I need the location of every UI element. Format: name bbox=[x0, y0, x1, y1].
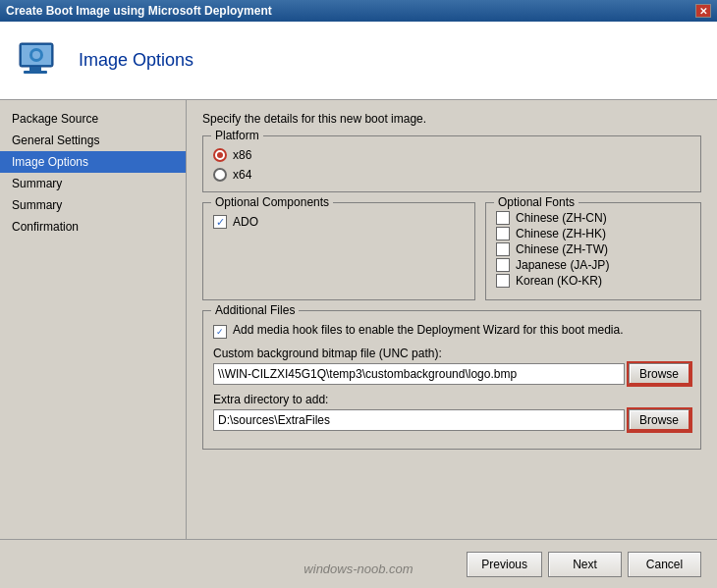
optional-fonts-legend: Optional Fonts bbox=[494, 195, 579, 209]
sidebar-item-image-options[interactable]: Image Options bbox=[0, 151, 186, 173]
page-title: Image Options bbox=[79, 50, 193, 71]
sidebar: Package Source General Settings Image Op… bbox=[0, 100, 187, 539]
font-zh-cn-label: Chinese (ZH-CN) bbox=[516, 211, 607, 225]
next-button[interactable]: Next bbox=[548, 552, 622, 577]
additional-files-legend: Additional Files bbox=[211, 303, 299, 317]
svg-point-3 bbox=[32, 51, 40, 59]
radio-group: x86 x64 bbox=[213, 148, 690, 182]
font-zh-tw-label: Chinese (ZH-TW) bbox=[516, 242, 608, 256]
svg-rect-4 bbox=[29, 67, 41, 71]
radio-x64-label: x64 bbox=[233, 168, 251, 182]
extra-dir-input[interactable] bbox=[213, 409, 625, 431]
font-ko-kr[interactable]: Korean (KO-KR) bbox=[496, 274, 690, 288]
radio-x64[interactable]: x64 bbox=[213, 168, 690, 182]
radio-x64-indicator bbox=[213, 168, 227, 182]
custom-bg-input-row: Browse bbox=[213, 363, 690, 385]
platform-legend: Platform bbox=[211, 129, 263, 142]
title-bar-text: Create Boot Image using Microsoft Deploy… bbox=[6, 4, 272, 18]
ado-checkbox[interactable]: ✓ bbox=[213, 215, 227, 229]
font-zh-hk[interactable]: Chinese (ZH-HK) bbox=[496, 227, 690, 241]
extra-dir-input-row: Browse bbox=[213, 409, 690, 431]
dialog-body: Image Options Package Source General Set… bbox=[0, 22, 717, 588]
radio-x86-label: x86 bbox=[233, 148, 251, 162]
custom-bg-input[interactable] bbox=[213, 363, 625, 385]
add-media-row: ✓ Add media hook files to enable the Dep… bbox=[213, 323, 690, 339]
browse-dir-button[interactable]: Browse bbox=[629, 409, 690, 431]
sidebar-item-general-settings[interactable]: General Settings bbox=[0, 130, 186, 151]
ado-label: ADO bbox=[233, 215, 258, 229]
custom-bg-label: Custom background bitmap file (UNC path)… bbox=[213, 347, 690, 360]
sidebar-item-summary-1[interactable]: Summary bbox=[0, 173, 186, 194]
optional-fonts-group: Optional Fonts Chinese (ZH-CN) Chinese (… bbox=[485, 202, 701, 300]
additional-files-group: Additional Files ✓ Add media hook files … bbox=[202, 310, 701, 450]
radio-x86[interactable]: x86 bbox=[213, 148, 690, 162]
optional-components-group: Optional Components ✓ ADO bbox=[202, 202, 475, 300]
optional-fonts-col: Optional Fonts Chinese (ZH-CN) Chinese (… bbox=[485, 202, 701, 310]
ado-item[interactable]: ✓ ADO bbox=[213, 215, 465, 229]
computer-icon bbox=[16, 37, 63, 84]
two-column-row: Optional Components ✓ ADO Optional Fonts… bbox=[202, 202, 701, 310]
font-zh-cn-checkbox[interactable] bbox=[496, 211, 510, 225]
watermark: windows-noob.com bbox=[303, 561, 413, 576]
extra-dir-label: Extra directory to add: bbox=[213, 393, 690, 406]
extra-dir-row: Extra directory to add: Browse bbox=[213, 393, 690, 431]
font-ja-jp-checkbox[interactable] bbox=[496, 258, 510, 272]
font-zh-hk-label: Chinese (ZH-HK) bbox=[516, 227, 606, 241]
font-zh-tw-checkbox[interactable] bbox=[496, 242, 510, 256]
sidebar-item-confirmation[interactable]: Confirmation bbox=[0, 216, 186, 238]
cancel-button[interactable]: Cancel bbox=[628, 552, 701, 577]
font-ja-jp-label: Japanese (JA-JP) bbox=[516, 258, 609, 272]
add-media-label: Add media hook files to enable the Deplo… bbox=[233, 323, 624, 339]
previous-button[interactable]: Previous bbox=[467, 552, 542, 577]
instruction-text: Specify the details for this new boot im… bbox=[202, 112, 701, 126]
header-area: Image Options bbox=[0, 22, 717, 100]
sidebar-item-summary-2[interactable]: Summary bbox=[0, 194, 186, 216]
bottom-area: Previous Next Cancel windows-noob.com bbox=[0, 539, 717, 588]
custom-bg-row: Custom background bitmap file (UNC path)… bbox=[213, 347, 690, 385]
content-area: Package Source General Settings Image Op… bbox=[0, 100, 717, 539]
platform-group: Platform x86 x64 bbox=[202, 135, 701, 192]
font-ja-jp[interactable]: Japanese (JA-JP) bbox=[496, 258, 690, 272]
optional-components-legend: Optional Components bbox=[211, 195, 333, 209]
browse-bg-button[interactable]: Browse bbox=[629, 363, 690, 385]
font-zh-tw[interactable]: Chinese (ZH-TW) bbox=[496, 242, 690, 256]
add-media-checkbox[interactable]: ✓ bbox=[213, 325, 227, 339]
title-bar: Create Boot Image using Microsoft Deploy… bbox=[0, 0, 717, 22]
font-ko-kr-checkbox[interactable] bbox=[496, 274, 510, 288]
font-zh-hk-checkbox[interactable] bbox=[496, 227, 510, 241]
sidebar-item-package-source[interactable]: Package Source bbox=[0, 108, 186, 130]
svg-rect-5 bbox=[24, 71, 47, 74]
font-zh-cn[interactable]: Chinese (ZH-CN) bbox=[496, 211, 690, 225]
optional-components-col: Optional Components ✓ ADO bbox=[202, 202, 475, 310]
radio-x86-indicator bbox=[213, 148, 227, 162]
close-button[interactable]: ✕ bbox=[695, 4, 711, 18]
main-content: Specify the details for this new boot im… bbox=[187, 100, 717, 539]
font-ko-kr-label: Korean (KO-KR) bbox=[516, 274, 602, 288]
